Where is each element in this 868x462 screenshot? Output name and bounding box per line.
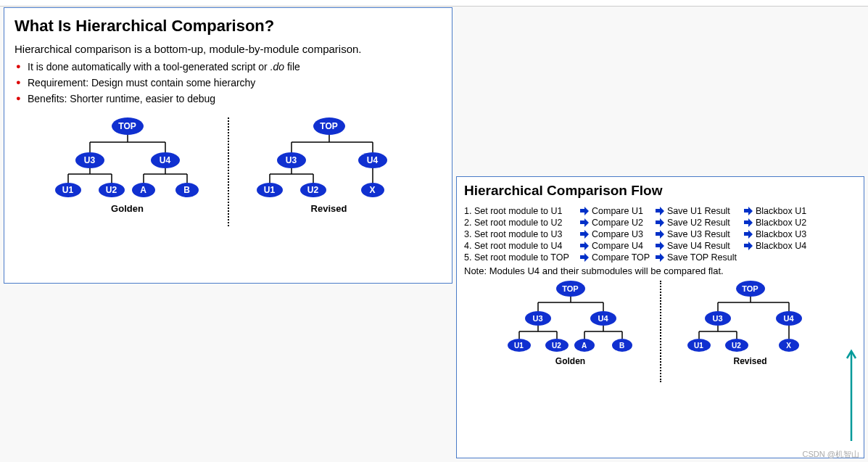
slide1-description: Hierarchical comparison is a bottom-up, … (15, 43, 442, 55)
tree-node: U2 (725, 339, 748, 352)
revised-label: Revised (235, 203, 423, 214)
arrow-icon (743, 229, 753, 239)
golden-tree-small: TOP U3 U4 U1 U2 A B Golden (487, 281, 654, 375)
slide1-title: What Is Hierarchical Comparison? (15, 17, 442, 36)
tree-node: U2 (300, 183, 326, 197)
tree-node: U1 (508, 339, 531, 352)
slide1-trees: TOP U3 U4 U1 U2 A B Golden TOP U3 U4 U1 … (15, 117, 442, 226)
flow-step: 2. Set root module to U2Compare U2Save U… (464, 218, 856, 228)
tree-node: U1 (55, 183, 81, 197)
arrow-icon (743, 206, 753, 216)
tree-node: TOP (313, 117, 345, 135)
tree-separator (660, 281, 661, 382)
arrow-icon (655, 252, 665, 263)
tree-node: X (779, 339, 799, 352)
tree-node: A (132, 183, 155, 197)
tree-node: U3 (75, 152, 104, 168)
tree-node: U4 (590, 311, 616, 326)
slide-what-is: What Is Hierarchical Comparison? Hierarc… (4, 7, 452, 284)
slide2-title: Hierarchical Comparison Flow (464, 183, 856, 199)
tree-node: TOP (112, 117, 144, 135)
tree-node: TOP (736, 281, 765, 297)
arrow-icon (743, 218, 753, 228)
tree-node: U4 (151, 152, 180, 168)
arrow-icon (655, 241, 665, 251)
tree-node: U1 (687, 339, 711, 352)
tree-node: B (612, 339, 632, 352)
arrow-icon (655, 218, 665, 228)
slide2-trees: TOP U3 U4 U1 U2 A B Golden TOP U3 U4 U1 … (464, 281, 856, 382)
arrow-icon (579, 206, 590, 216)
slide-flow: Hierarchical Comparison Flow 1. Set root… (456, 176, 864, 458)
arrow-icon (579, 229, 590, 239)
arrow-icon (579, 218, 590, 228)
arrow-icon (743, 241, 753, 251)
slide1-bullet-list: It is done automatically with a tool-gen… (15, 61, 442, 104)
tree-separator (228, 117, 229, 226)
golden-tree: TOP U3 U4 U1 U2 A B Golden (33, 117, 222, 219)
tree-node: U2 (99, 183, 125, 197)
flow-step: 4. Set root module to U4Compare U4Save U… (464, 241, 856, 251)
arrow-icon (655, 229, 665, 239)
bullet-item: It is done automatically with a tool-gen… (15, 61, 442, 73)
tree-node: U3 (525, 311, 551, 326)
tree-node: U4 (776, 311, 802, 326)
tree-node: U3 (705, 311, 731, 326)
up-arrow-icon (845, 348, 858, 445)
flow-steps: 1. Set root module to U1Compare U1Save U… (464, 206, 856, 263)
tree-node: U1 (257, 183, 283, 197)
revised-tree-small: TOP U3 U4 U1 U2 X Revised (667, 281, 834, 375)
golden-label: Golden (33, 203, 222, 214)
flow-step: 5. Set root module to TOPCompare TOPSave… (464, 252, 856, 263)
golden-label: Golden (487, 356, 654, 366)
flow-step: 1. Set root module to U1Compare U1Save U… (464, 206, 856, 216)
bullet-item: Requirement: Design must contain some hi… (15, 77, 442, 88)
bullet-item: Benefits: Shorter runtime, easier to deb… (15, 93, 442, 104)
tree-node: X (361, 183, 384, 197)
revised-tree: TOP U3 U4 U1 U2 X Revised (235, 117, 423, 219)
tree-node: U2 (545, 339, 569, 352)
tree-node: A (574, 339, 595, 352)
tree-node: B (175, 183, 199, 197)
tree-node: U4 (358, 152, 387, 168)
tree-node: U3 (277, 152, 306, 168)
flow-note: Note: Modules U4 and their submodules wi… (464, 265, 856, 276)
watermark: CSDN @机智山 (803, 449, 859, 460)
flow-step: 3. Set root module to U3Compare U3Save U… (464, 229, 856, 239)
revised-label: Revised (667, 356, 834, 366)
arrow-icon (655, 206, 665, 216)
tree-node: TOP (556, 281, 585, 297)
arrow-icon (579, 241, 590, 251)
arrow-icon (579, 252, 590, 263)
